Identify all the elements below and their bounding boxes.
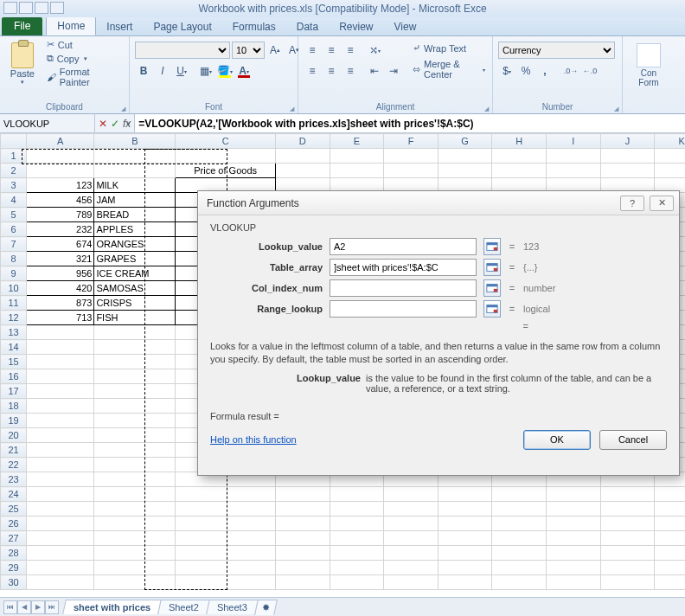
cell[interactable] [27,384,94,399]
cell[interactable] [600,502,655,517]
row-header[interactable]: 25 [1,502,27,517]
tab-data[interactable]: Data [286,18,329,35]
orientation-button[interactable]: ⤭▾ [366,42,383,59]
cell[interactable] [94,428,176,443]
row-header[interactable]: 3 [1,178,27,193]
cell[interactable] [27,164,94,178]
help-button[interactable]: ? [620,196,644,211]
sheet-tab-1[interactable]: sheet with prices [62,600,162,614]
percent-button[interactable]: % [517,62,535,80]
cell[interactable] [27,414,94,428]
col-header[interactable]: J [600,134,655,149]
cell[interactable] [94,561,176,575]
font-color-button[interactable]: A▾ [235,62,253,80]
row-header[interactable]: 20 [1,428,27,443]
align-right-button[interactable]: ≡ [342,62,359,80]
cell[interactable] [27,149,94,164]
sheet-tab-2[interactable]: Sheet2 [157,600,209,614]
copy-button[interactable]: ⧉Copy▾ [45,52,124,65]
cell[interactable]: Price of Goods [176,164,276,178]
wrap-text-button[interactable]: ⤶Wrap Text [411,42,487,55]
cell[interactable] [492,561,547,575]
cell[interactable] [275,575,330,590]
cell[interactable] [547,487,601,502]
cell[interactable] [547,561,601,575]
cell[interactable]: ORANGES [94,237,176,252]
cell[interactable] [438,149,492,164]
cell[interactable] [547,517,601,531]
grid-row[interactable]: 29 [1,561,686,575]
save-icon[interactable] [19,2,33,14]
cell[interactable] [275,546,330,561]
row-header[interactable]: 5 [1,208,27,222]
cell[interactable] [94,502,176,517]
col-header[interactable]: B [94,134,176,149]
undo-icon[interactable] [35,2,48,14]
cell[interactable] [438,502,492,517]
cell[interactable] [655,561,685,575]
cell[interactable] [27,502,94,517]
name-box[interactable]: ▾ [0,114,95,132]
cell[interactable] [330,561,384,575]
range-selector-button[interactable] [483,238,501,255]
close-button[interactable]: ✕ [650,196,674,211]
cell[interactable]: JAM [94,193,176,208]
cell[interactable] [275,164,330,178]
tab-formulas[interactable]: Formulas [222,18,286,35]
nav-last-icon[interactable]: ⏭ [45,600,59,614]
arg-input[interactable] [330,300,477,318]
cell[interactable] [655,149,685,164]
row-header[interactable]: 10 [1,281,27,296]
range-selector-button[interactable] [483,300,501,318]
cell[interactable] [492,487,547,502]
cell[interactable]: ICE CREAM [94,266,176,281]
cell[interactable] [94,575,176,590]
cell[interactable] [275,502,330,517]
cell[interactable]: 873 [27,296,94,311]
row-header[interactable]: 21 [1,443,27,458]
cell[interactable] [438,531,492,546]
cell[interactable] [94,546,176,561]
cell[interactable] [655,487,685,502]
align-bottom-button[interactable]: ≡ [342,42,359,59]
cell[interactable] [94,399,176,414]
increase-indent-button[interactable]: ⇥ [385,62,402,80]
cell[interactable] [384,561,439,575]
cell[interactable] [275,487,330,502]
col-header[interactable]: H [492,134,547,149]
cell[interactable] [600,487,655,502]
number-format-select[interactable]: Currency [498,42,615,59]
cell[interactable] [27,487,94,502]
cell[interactable] [94,414,176,428]
new-sheet-button[interactable]: ✸ [254,600,278,615]
cell[interactable] [438,164,492,178]
cell[interactable] [547,164,601,178]
conditional-formatting-icon[interactable] [637,43,661,67]
row-header[interactable]: 27 [1,531,27,546]
col-header[interactable]: I [547,134,601,149]
cell[interactable] [94,149,176,164]
row-header[interactable]: 29 [1,561,27,575]
merge-center-button[interactable]: ⬄Merge & Center▾ [411,58,487,80]
grid-row[interactable]: 24 [1,487,686,502]
cell[interactable] [27,355,94,369]
cell[interactable]: 713 [27,311,94,325]
col-header[interactable]: K [655,134,685,149]
row-header[interactable]: 24 [1,487,27,502]
cell[interactable] [27,575,94,590]
grid-row[interactable]: 28 [1,546,686,561]
cell[interactable] [27,472,94,487]
nav-first-icon[interactable]: ⏮ [3,600,17,614]
cut-button[interactable]: ✂Cut [45,38,124,51]
cell[interactable] [27,458,94,472]
grid-row[interactable]: 27 [1,531,686,546]
decrease-indent-button[interactable]: ⇤ [366,62,383,80]
cell[interactable] [492,149,547,164]
cell[interactable] [27,428,94,443]
cell[interactable] [438,487,492,502]
cell[interactable] [176,517,276,531]
comma-button[interactable]: , [536,62,554,80]
cell[interactable]: 456 [27,193,94,208]
row-header[interactable]: 16 [1,369,27,384]
col-header[interactable]: C [176,134,276,149]
